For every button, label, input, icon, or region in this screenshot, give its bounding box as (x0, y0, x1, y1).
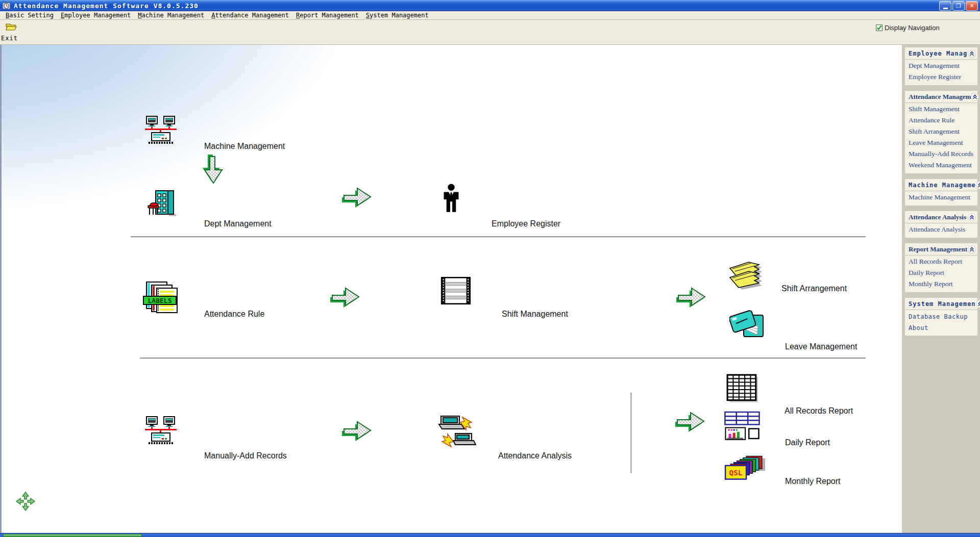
menu-bar: Basic Setting Employee Management Machin… (0, 11, 980, 20)
shift-management-label: Shift Management (502, 310, 568, 319)
app-clock-icon (2, 2, 11, 10)
employee-register-person-icon[interactable] (442, 184, 461, 217)
chevron-up-icon[interactable] (968, 245, 976, 253)
menu-system-management[interactable]: System Management (362, 12, 432, 19)
display-navigation-toggle[interactable]: Display Navigation (876, 24, 940, 32)
panel-header-system[interactable]: System Managemen (905, 298, 977, 310)
right-arrow-icon (341, 416, 372, 447)
minimize-icon (943, 8, 948, 9)
menu-employee-management[interactable]: Employee Management (57, 12, 134, 19)
panel-attendance-analysis: Attendance Analysis Attendance Analysis (905, 211, 977, 238)
sidebar-item-database-backup[interactable]: Database Backup (905, 310, 977, 321)
shift-arrangement-fanfold-icon[interactable] (728, 260, 763, 292)
monthly-report-qsl-icon[interactable]: QSL (724, 455, 765, 482)
menu-attendance-management[interactable]: Attendance Management (208, 12, 292, 19)
machine-management-label: Machine Management (204, 142, 285, 151)
restore-icon: ❐ (956, 3, 961, 9)
display-navigation-checkbox[interactable] (876, 24, 883, 31)
leave-management-label: Leave Management (785, 342, 857, 351)
panel-report-management: Report Management All Records Report Dai… (905, 243, 977, 292)
window-controls: ❐ ✕ (939, 1, 978, 11)
bottom-green-segment (3, 534, 142, 537)
sidebar-item-about[interactable]: About (905, 321, 977, 333)
chevron-up-icon[interactable] (971, 93, 979, 101)
all-records-report-label: All Records Report (785, 406, 853, 416)
panel-system-management: System Managemen Database Backup About (905, 298, 977, 336)
panel-attendance-management: Attendance Managem Shift Management Atte… (905, 91, 977, 173)
sidebar-item-all-records-report[interactable]: All Records Report (905, 255, 977, 267)
sidebar-item-machine-management[interactable]: Machine Management (905, 191, 977, 202)
minimize-button[interactable] (939, 1, 951, 11)
dept-management-label: Dept Management (204, 219, 272, 228)
right-arrow-icon (341, 183, 372, 213)
panel-header-report[interactable]: Report Management (905, 244, 977, 255)
shift-arrangement-label: Shift Arrangement (781, 284, 847, 293)
right-arrow-icon (329, 283, 360, 313)
menu-basic-setting[interactable]: Basic Setting (2, 12, 57, 19)
sidebar-item-dept-management[interactable]: Dept Management (905, 60, 977, 71)
sidebar-item-manually-add-records[interactable]: Manually-Add Records (905, 148, 977, 159)
row-divider-2 (140, 357, 866, 359)
toolbar: Exit Display Navigation (0, 20, 980, 45)
chevron-up-icon[interactable] (968, 49, 976, 58)
labels-icon-text: LABELS (148, 297, 172, 304)
right-arrow-icon (673, 407, 707, 438)
column-divider (630, 393, 632, 473)
green-check-icon (876, 25, 882, 31)
workflow-canvas: Machine Management Dept Management (2, 45, 902, 533)
employee-register-label: Employee Register (492, 219, 560, 228)
restore-button[interactable]: ❐ (952, 1, 965, 11)
right-arrow-icon (675, 283, 706, 313)
all-records-report-table-icon[interactable] (726, 374, 759, 406)
dept-management-building-icon[interactable] (148, 188, 177, 221)
sidebar-item-daily-report[interactable]: Daily Report (905, 267, 977, 278)
close-icon: ✕ (969, 3, 974, 9)
sidebar-item-monthly-report[interactable]: Monthly Report (905, 278, 977, 289)
sidebar-item-weekend-management[interactable]: Weekend Management (905, 159, 977, 170)
attendance-analysis-sync-icon[interactable] (436, 415, 476, 452)
sidebar-item-shift-management[interactable]: Shift Management (905, 103, 977, 114)
attendance-analysis-label: Attendance Analysis (498, 451, 572, 461)
exit-button[interactable]: Exit (1, 22, 24, 42)
main-content: Machine Management Dept Management (0, 45, 980, 533)
chevron-up-icon[interactable] (976, 300, 980, 308)
machine-management-network-icon[interactable] (144, 116, 177, 147)
sidebar-item-shift-arrangement[interactable]: Shift Arrangement (905, 125, 977, 137)
chevron-up-icon[interactable] (976, 181, 980, 189)
panel-header-analysis[interactable]: Attendance Analysis (905, 212, 977, 223)
manually-add-records-label: Manually-Add Records (204, 451, 287, 461)
sidebar-item-attendance-analysis[interactable]: Attendance Analysis (905, 223, 977, 235)
leave-management-notes-icon[interactable] (729, 308, 766, 342)
display-navigation-label: Display Navigation (885, 24, 940, 32)
panel-machine-management: Machine Manageme Machine Management (905, 179, 977, 206)
monthly-report-label: Monthly Report (785, 477, 841, 486)
navigation-sidebar: Employee Manag Dept Management Employee … (902, 45, 980, 533)
chevron-up-icon[interactable] (968, 213, 976, 221)
manually-add-records-network-icon[interactable] (144, 416, 177, 448)
window-bottom-border (0, 533, 980, 537)
menu-report-management[interactable]: Report Management (292, 12, 362, 19)
down-arrow-icon (199, 153, 228, 186)
daily-report-label: Daily Report (785, 438, 830, 447)
menu-machine-management[interactable]: Machine Management (134, 12, 208, 19)
pan-move-icon[interactable] (16, 492, 35, 513)
exit-label: Exit (1, 35, 18, 42)
attendance-rule-labels-icon[interactable]: LABELS (142, 281, 179, 317)
open-folder-icon (5, 22, 17, 31)
sidebar-item-leave-management[interactable]: Leave Management (905, 137, 977, 148)
window-title: Attendance Management Software V8.0.5.23… (14, 2, 199, 10)
sidebar-item-employee-register[interactable]: Employee Register (905, 71, 977, 82)
shift-management-film-icon[interactable] (438, 275, 473, 308)
title-bar: Attendance Management Software V8.0.5.23… (0, 0, 980, 11)
close-button[interactable]: ✕ (966, 1, 978, 11)
panel-employee-management: Employee Manag Dept Management Employee … (905, 47, 977, 85)
panel-header-employee[interactable]: Employee Manag (905, 48, 977, 60)
panel-header-attendance[interactable]: Attendance Managem (905, 91, 977, 103)
qsl-icon-text: QSL (729, 469, 743, 477)
sidebar-item-attendance-rule[interactable]: Attendance Rule (905, 114, 977, 125)
daily-report-sheet-icon[interactable] (724, 411, 761, 443)
attendance-rule-label: Attendance Rule (204, 310, 264, 319)
row-divider-1 (131, 236, 866, 237)
panel-header-machine[interactable]: Machine Manageme (905, 180, 977, 191)
